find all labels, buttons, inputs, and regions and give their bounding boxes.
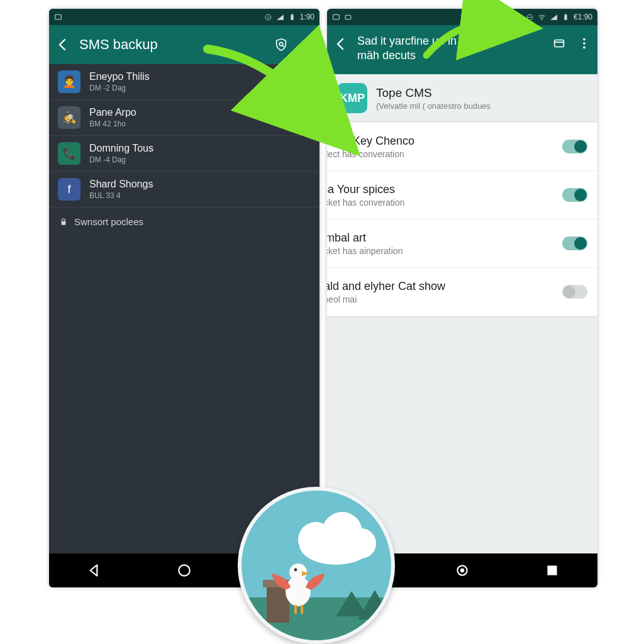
svg-point-1: [265, 14, 271, 20]
back-button[interactable]: [55, 37, 70, 52]
conversation-row[interactable]: 📞 Domning Tous DM -4 Dag: [49, 136, 319, 172]
svg-point-7: [305, 48, 308, 50]
appbar-title-line1: Sad it yarcfine up in an: [357, 34, 543, 48]
svg-point-38: [346, 528, 376, 558]
svg-rect-0: [55, 14, 62, 19]
svg-point-20: [583, 47, 586, 49]
overflow-menu-icon[interactable]: [577, 36, 591, 50]
signal-icon: [276, 13, 284, 21]
conversation-sub: BUL 33 4: [89, 191, 153, 200]
toggle-switch[interactable]: [562, 188, 587, 202]
app-bar: SMS backup: [49, 25, 319, 64]
svg-rect-34: [301, 605, 303, 614]
svg-rect-15: [564, 14, 567, 20]
wifi-icon: [538, 13, 546, 21]
settings-header[interactable]: KMP Tope CMS (Velvatle mil ( onatestro b…: [327, 74, 597, 122]
conversation-sub: DM -2 Dag: [89, 84, 150, 92]
setting-row[interactable]: ☁️ Brande Key Chenco Sellect has convera…: [327, 123, 597, 171]
footer-row[interactable]: Swnsort poclees: [49, 208, 319, 236]
svg-point-4: [279, 42, 283, 46]
svg-rect-11: [333, 14, 340, 19]
svg-rect-33: [294, 605, 297, 614]
conversation-row[interactable]: 🧑‍🦱 Eneypo Thilis DM -2 Dag: [49, 64, 319, 100]
header-sub: (Velvatle mil ( onatestro budues: [376, 101, 491, 111]
overflow-menu-icon[interactable]: [299, 38, 313, 52]
setting-title: Tombal art: [327, 231, 553, 245]
conversation-title: Shard Shongs: [89, 179, 153, 190]
svg-rect-2: [291, 14, 293, 20]
app-bar: Sad it yarcfine up in an mäh decuts: [327, 25, 597, 74]
status-bar: 1:90: [49, 9, 319, 25]
illustration-badge: [238, 487, 395, 644]
svg-point-19: [583, 42, 586, 45]
nav-back-icon[interactable]: [86, 562, 103, 579]
svg-rect-12: [345, 15, 351, 19]
avatar: 🧑‍🦱: [58, 70, 80, 93]
status-time: 1:90: [300, 13, 314, 21]
card-icon: [344, 13, 352, 21]
setting-title: Clald and elyher Cat show: [327, 280, 553, 293]
status-time: €1:90: [574, 13, 592, 21]
setting-sub: Scheol mai: [327, 294, 553, 304]
appbar-title-line2: mäh decuts: [357, 48, 543, 63]
svg-rect-3: [291, 14, 292, 14]
setting-sub: Backet has ainperation: [327, 246, 553, 256]
phone-right: €1:90 Sad it yarcfine up in an mäh decut…: [327, 9, 597, 587]
battery-icon: [288, 13, 296, 21]
toggle-switch[interactable]: [562, 236, 587, 250]
shield-search-icon[interactable]: [274, 38, 288, 52]
svg-rect-23: [548, 565, 557, 575]
conversation-list: 🧑‍🦱 Eneypo Thilis DM -2 Dag 🕵️ Pane Arpo…: [49, 64, 319, 553]
avatar: 📞: [58, 142, 80, 165]
nav-home-icon[interactable]: [454, 562, 470, 579]
svg-point-18: [583, 38, 586, 41]
sms-icon: [54, 13, 62, 21]
conversation-title: Domning Tous: [89, 143, 153, 154]
conversation-row[interactable]: 🕵️ Pane Arpo BM 42 1ho: [49, 100, 319, 136]
setting-sub: Backet has converation: [327, 197, 553, 208]
sync-icon: [264, 13, 272, 21]
avatar: 🕵️: [58, 106, 80, 129]
dnd-icon: [526, 13, 534, 21]
avatar: f: [58, 178, 80, 201]
svg-point-14: [541, 19, 543, 21]
setting-row[interactable]: 👷 Clald and elyher Cat show Scheol mai: [327, 268, 597, 316]
setting-sub: Sellect has converation: [327, 149, 553, 159]
svg-rect-8: [62, 221, 66, 225]
toggle-switch[interactable]: [562, 285, 587, 299]
conversation-sub: DM -4 Dag: [89, 155, 153, 164]
svg-point-6: [305, 43, 308, 46]
nav-home-icon[interactable]: [176, 562, 192, 579]
conversation-sub: BM 42 1ho: [89, 119, 136, 128]
settings-list: KMP Tope CMS (Velvatle mil ( onatestro b…: [327, 74, 597, 553]
setting-title: Lisa Your spices: [327, 183, 553, 196]
setting-title: Brande Key Chenco: [327, 135, 553, 148]
lock-icon: [59, 218, 68, 226]
back-button[interactable]: [333, 36, 348, 52]
conversation-title: Pane Arpo: [89, 107, 136, 118]
svg-point-22: [460, 569, 465, 573]
status-bar: €1:90: [327, 9, 597, 25]
conversation-title: Eneypo Thilis: [89, 71, 150, 82]
conversation-row[interactable]: f Shard Shongs BUL 33 4: [49, 172, 319, 208]
svg-rect-16: [565, 14, 566, 14]
header-title: Tope CMS: [376, 86, 491, 100]
nav-recents-icon[interactable]: [544, 562, 560, 579]
sms-icon: [332, 13, 340, 21]
svg-rect-17: [555, 40, 564, 47]
svg-point-9: [179, 565, 189, 575]
signal-icon: [550, 13, 558, 21]
app-icon: KMP: [337, 83, 367, 113]
battery-icon: [562, 13, 570, 21]
svg-point-5: [305, 40, 308, 42]
window-icon[interactable]: [552, 36, 566, 50]
appbar-title: SMS backup: [79, 36, 265, 53]
svg-point-32: [294, 569, 297, 572]
footer-label: Swnsort poclees: [74, 216, 143, 227]
setting-row[interactable]: 🙌 Tombal art Backet has ainperation: [327, 219, 597, 268]
setting-row[interactable]: 🚗 Lisa Your spices Backet has converatio…: [327, 171, 597, 219]
toggle-switch[interactable]: [562, 140, 587, 153]
